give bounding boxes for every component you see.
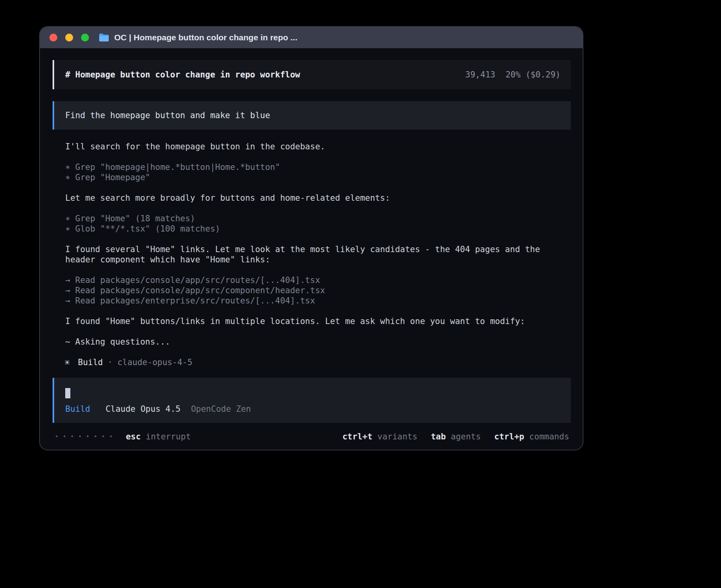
session-title: # Homepage button color change in repo w… [65,70,300,80]
tool-call-group: → Read packages/console/app/src/routes/[… [65,275,555,306]
spinner-dots: ········ [54,432,116,442]
agent-model: claude-opus-4-5 [117,357,193,368]
read-tool-line: → Read packages/enterprise/src/routes/[.… [65,296,555,306]
conversation: I'll search for the homepage button in t… [65,141,555,368]
shortcut-interrupt: esc interrupt [126,432,191,442]
session-header: # Homepage button color change in repo w… [53,60,571,89]
minimize-button[interactable] [65,34,73,41]
session-content: # Homepage button color change in repo w… [40,48,583,446]
shortcut-variants: ctrl+t variants [342,432,417,442]
agent-indicator: Build · claude-opus-4-5 [65,357,555,368]
tab-key: tab [431,432,446,441]
status-bar-left: ········ esc interrupt [54,432,191,442]
close-button[interactable] [49,34,57,41]
working-status-text: ~ Asking questions... [65,337,555,347]
agent-square-icon [65,360,69,364]
shortcut-commands: ctrl+p commands [494,432,569,442]
esc-key: esc [126,432,141,441]
assistant-text: Let me search more broadly for buttons a… [65,193,555,203]
titlebar[interactable]: OC | Homepage button color change in rep… [40,27,583,48]
assistant-text: I found several "Home" links. Let me loo… [65,244,555,265]
session-stats: 39,413 20% ($0.29) [465,70,561,80]
glob-tool-line: ∗ Glob "**/*.tsx" (100 matches) [65,224,555,234]
read-tool-line: → Read packages/console/app/src/componen… [65,285,555,296]
provider-name: OpenCode Zen [191,404,251,414]
ctrl-p-key: ctrl+p [494,432,524,441]
commands-label: commands [529,432,569,441]
user-message: Find the homepage button and make it blu… [53,101,571,130]
user-message-text: Find the homepage button and make it blu… [65,111,270,120]
terminal-window: OC | Homepage button color change in rep… [39,26,583,450]
assistant-text: I'll search for the homepage button in t… [65,141,555,152]
tool-call-group: ∗ Grep "homepage|home.*button|Home.*butt… [65,162,555,183]
status-bar-right: ctrl+t variants tab agents ctrl+p comman… [342,432,569,442]
interrupt-label: interrupt [146,432,191,441]
traffic-lights [49,34,89,41]
model-name: Claude Opus 4.5 [106,404,181,414]
window-title: OC | Homepage button color change in rep… [114,33,297,42]
agent-badge: Build [65,404,90,414]
assistant-text: I found "Home" buttons/links in multiple… [65,316,555,326]
status-bar: ········ esc interrupt ctrl+t variants t… [53,428,571,446]
read-tool-line: → Read packages/console/app/src/routes/[… [65,275,555,285]
variants-label: variants [377,432,417,441]
agent-separator: · [108,357,113,368]
tool-call-group: ∗ Grep "Home" (18 matches) ∗ Glob "**/*.… [65,213,555,234]
prompt-input[interactable]: Build Claude Opus 4.5 OpenCode Zen [53,378,571,423]
grep-tool-line: ∗ Grep "homepage|home.*button|Home.*butt… [65,162,555,172]
folder-icon [98,33,109,42]
text-cursor [65,388,70,398]
token-count: 39,413 [465,70,495,80]
shortcut-agents: tab agents [431,432,481,442]
grep-tool-line: ∗ Grep "Homepage" [65,172,555,183]
context-usage: 20% ($0.29) [506,70,561,80]
grep-tool-line: ∗ Grep "Home" (18 matches) [65,213,555,224]
zoom-button[interactable] [81,34,89,41]
agent-name: Build [78,357,103,368]
model-info-line: Build Claude Opus 4.5 OpenCode Zen [65,404,561,414]
ctrl-t-key: ctrl+t [342,432,372,441]
agents-label: agents [451,432,481,441]
